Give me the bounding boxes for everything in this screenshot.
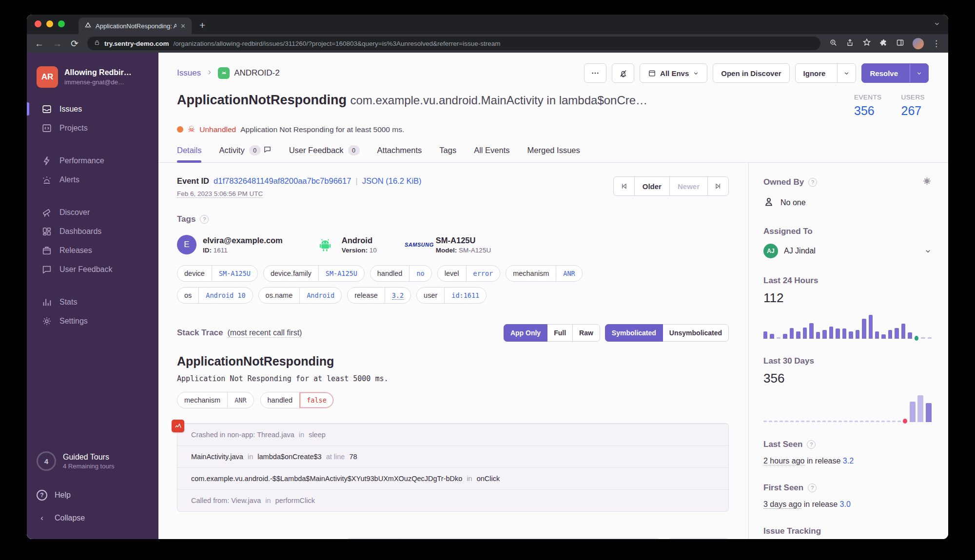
- resolve-dropdown-chevron[interactable]: [910, 64, 928, 82]
- sidebar-item-alerts[interactable]: Alerts: [27, 170, 158, 189]
- zoom-icon[interactable]: [829, 39, 838, 49]
- org-switcher[interactable]: AR Allowing Redbir… immense-gnat@de…: [27, 63, 158, 99]
- newest-event-button[interactable]: [707, 177, 728, 195]
- side-panel-icon[interactable]: [896, 39, 904, 49]
- close-window-button[interactable]: [35, 20, 41, 27]
- sidebar-item-discover[interactable]: Discover: [27, 203, 158, 222]
- tab-attachments[interactable]: Attachments: [377, 145, 422, 162]
- events-count[interactable]: 356: [854, 104, 881, 118]
- first-seen-time[interactable]: 3 days ago: [763, 500, 801, 509]
- tag-pill[interactable]: handledfalse: [260, 392, 334, 408]
- stack-frame[interactable]: MainActivity.java in lambda$onCreate$3 a…: [177, 445, 728, 467]
- ignore-button[interactable]: Ignore: [796, 64, 834, 82]
- sidebar-item-label: Performance: [59, 156, 104, 165]
- breadcrumb-issues-link[interactable]: Issues: [177, 68, 201, 78]
- assignee-selector[interactable]: AJ AJ Jindal: [763, 244, 932, 258]
- tab-tags[interactable]: Tags: [439, 145, 456, 162]
- tag-pill[interactable]: os.nameAndroid: [258, 287, 342, 304]
- forward-button[interactable]: →: [53, 39, 62, 48]
- sidebar-item-user-feedback[interactable]: User Feedback: [27, 260, 158, 279]
- newer-event-button[interactable]: Newer: [669, 177, 707, 195]
- sidebar-item-performance[interactable]: Performance: [27, 151, 158, 170]
- chart-bar: [836, 328, 839, 339]
- event-timestamp[interactable]: Feb 6, 2023 5:06:56 PM UTC: [177, 190, 263, 198]
- tag-pill[interactable]: mechanismANR: [177, 392, 254, 408]
- stack-frame[interactable]: com.example.vu.android.-$$Lambda$MainAct…: [177, 467, 728, 489]
- tab-all-events[interactable]: All Events: [474, 145, 509, 162]
- mute-alerts-button[interactable]: [612, 63, 634, 83]
- address-bar[interactable]: try.sentry-demo.com/organizations/allowi…: [87, 37, 820, 50]
- tag-pill[interactable]: handledno: [370, 265, 432, 282]
- tab-activity[interactable]: Activity0: [219, 145, 271, 162]
- dashboards-icon: [41, 226, 52, 237]
- user-context-card[interactable]: E elvira@example.com ID: 1611: [177, 235, 283, 254]
- first-seen-release-link[interactable]: 3.0: [840, 500, 851, 508]
- tab-details[interactable]: Details: [177, 145, 201, 162]
- stack-trace-order-hint[interactable]: (most recent call first): [228, 328, 302, 338]
- stack-frame[interactable]: Called from: View.java in performClick: [177, 489, 728, 511]
- help-icon[interactable]: ?: [807, 440, 816, 449]
- reload-button[interactable]: ⟳: [71, 39, 78, 48]
- sidebar-item-projects[interactable]: Projects: [27, 118, 158, 137]
- tag-pill[interactable]: userid:1611: [416, 287, 487, 304]
- sidebar-item-guided-tours[interactable]: 4 Guided Tours 4 Remaining tours: [27, 446, 158, 483]
- sidebar-item-releases[interactable]: Releases: [27, 241, 158, 260]
- tab-user-feedback[interactable]: User Feedback0: [289, 145, 360, 162]
- sidebar-item-settings[interactable]: Settings: [27, 311, 158, 330]
- sidebar-collapse-button[interactable]: ‹ Collapse: [27, 507, 158, 529]
- tag-pill[interactable]: levelerror: [437, 265, 500, 282]
- toggle-unsymbolicated[interactable]: Unsymbolicated: [663, 324, 729, 342]
- last-seen-time[interactable]: 2 hours ago: [763, 457, 805, 465]
- browser-menu-icon[interactable]: ⋮: [932, 39, 940, 49]
- older-event-button[interactable]: Older: [634, 177, 669, 195]
- environment-selector[interactable]: All Envs: [640, 63, 707, 83]
- toggle-raw[interactable]: Raw: [572, 324, 600, 342]
- breadcrumbs-sort-button[interactable]: ⇅ Newest: [668, 538, 729, 539]
- help-icon[interactable]: ?: [200, 215, 209, 224]
- minimize-window-button[interactable]: [46, 20, 53, 27]
- tag-pill[interactable]: release3.2: [347, 287, 411, 304]
- bookmark-star-icon[interactable]: [862, 38, 871, 49]
- ignore-dropdown-chevron[interactable]: [837, 64, 856, 82]
- new-tab-button[interactable]: +: [199, 19, 205, 31]
- browser-tab[interactable]: ApplicationNotResponding: Ap ✕: [78, 18, 192, 34]
- toggle-full[interactable]: Full: [547, 324, 573, 342]
- os-context-card[interactable]: Android Version: 10: [315, 235, 377, 254]
- sidebar-item-stats[interactable]: Stats: [27, 292, 158, 311]
- resolve-button[interactable]: Resolve: [862, 64, 906, 82]
- tag-pill[interactable]: device.familySM-A125U: [263, 265, 365, 282]
- json-download-link[interactable]: JSON (16.2 KiB): [362, 176, 422, 186]
- oldest-event-button[interactable]: [614, 177, 634, 195]
- sidebar-item-dashboards[interactable]: Dashboards: [27, 222, 158, 241]
- tag-pill[interactable]: deviceSM-A125U: [177, 265, 258, 282]
- more-actions-button[interactable]: [584, 63, 606, 83]
- tab-merged-issues[interactable]: Merged Issues: [527, 145, 580, 162]
- browser-profile-avatar[interactable]: [913, 38, 924, 49]
- tag-pill[interactable]: osAndroid 10: [177, 287, 253, 304]
- owner-row[interactable]: No one: [763, 196, 932, 209]
- last-seen-release-link[interactable]: 3.2: [843, 457, 854, 465]
- tab-search-chevron-icon[interactable]: [934, 20, 940, 29]
- toggle-symbolicated[interactable]: Symbolicated: [605, 324, 663, 342]
- tab-close-icon[interactable]: ✕: [180, 22, 186, 30]
- breadcrumbs-filter-button[interactable]: Filter By: [347, 538, 401, 539]
- stack-frame[interactable]: Crashed in non-app: Thread.java in sleep: [177, 424, 728, 445]
- device-context-card[interactable]: SAMSUNG SM-A125U Model: SM-A125U: [409, 235, 491, 254]
- sidebar-item-help[interactable]: ? Help: [27, 483, 158, 507]
- sidebar-item-issues[interactable]: Issues: [27, 99, 158, 118]
- help-icon[interactable]: ?: [808, 483, 817, 492]
- last-24-hours-chart: [763, 313, 932, 339]
- share-icon[interactable]: [846, 39, 854, 49]
- assignee-name: AJ Jindal: [784, 247, 816, 255]
- open-in-discover-button[interactable]: Open in Discover: [713, 63, 789, 83]
- back-button[interactable]: ←: [35, 39, 44, 48]
- extensions-puzzle-icon[interactable]: [879, 39, 888, 49]
- help-icon[interactable]: ?: [808, 178, 817, 187]
- tag-pill[interactable]: mechanismANR: [506, 265, 583, 282]
- event-id-link[interactable]: d1f78326481149af8200aa7bc7b96617: [214, 176, 351, 186]
- project-badge[interactable]: ANDROID-2: [218, 67, 280, 79]
- zoom-window-button[interactable]: [58, 20, 65, 27]
- users-count[interactable]: 267: [901, 104, 925, 118]
- ownership-settings-gear-icon[interactable]: [922, 176, 932, 188]
- toggle-app-only[interactable]: App Only: [504, 324, 547, 342]
